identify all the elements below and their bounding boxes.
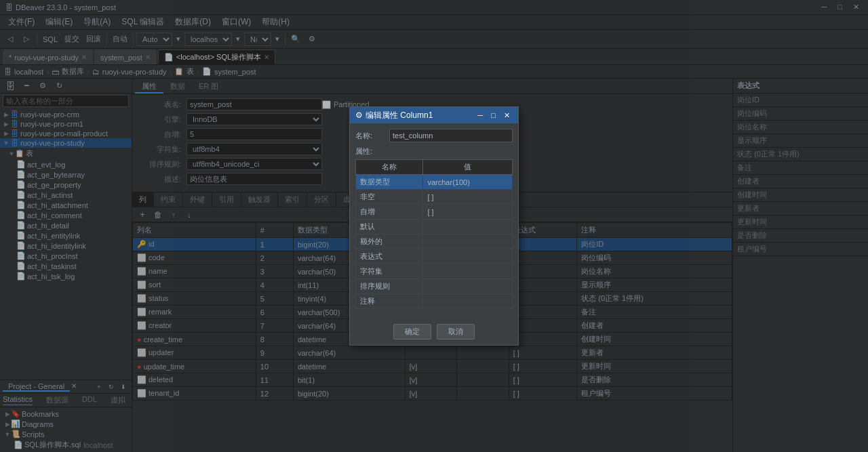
prop-row-value: [ ]	[423, 205, 513, 220]
dialog-maximize-btn[interactable]: □	[488, 111, 498, 120]
prop-row-value	[423, 264, 513, 279]
prop-row-name: 字符集	[356, 264, 423, 279]
dialog-prop-row[interactable]: 排序规则	[356, 279, 513, 294]
dialog-title-bar: ⚙ 编辑属性 Column1 ─ □ ✕	[350, 107, 518, 123]
dialog-prop-row[interactable]: 额外的	[356, 234, 513, 249]
prop-row-value	[423, 234, 513, 249]
dialog-prop-row[interactable]: 数据类型 varchar(100)	[356, 175, 513, 190]
prop-row-name: 数据类型	[356, 175, 423, 190]
dialog-prop-row[interactable]: 自增 [ ]	[356, 205, 513, 220]
dialog-body: 名称: 属性: 名称 值 数据类型 varchar(100) 非空 [ ] 自增…	[350, 123, 518, 320]
dialog-title: ⚙ 编辑属性 Column1	[355, 110, 433, 121]
props-header-value: 值	[423, 160, 513, 175]
prop-row-value	[423, 220, 513, 234]
prop-row-value	[423, 279, 513, 294]
dialog-prop-row[interactable]: 表达式	[356, 249, 513, 264]
prop-row-name: 默认	[356, 220, 423, 234]
prop-row-name: 额外的	[356, 234, 423, 249]
prop-row-name: 非空	[356, 190, 423, 205]
edit-column-dialog: ⚙ 编辑属性 Column1 ─ □ ✕ 名称: 属性: 名称 值	[349, 106, 519, 346]
dialog-prop-row[interactable]: 默认	[356, 220, 513, 234]
prop-row-name: 表达式	[356, 249, 423, 264]
cancel-button[interactable]: 取消	[437, 324, 475, 340]
prop-row-value	[423, 249, 513, 264]
dialog-minimize-btn[interactable]: ─	[475, 111, 486, 120]
confirm-button[interactable]: 确定	[393, 324, 431, 340]
dialog-title-text: 编辑属性 Column1	[366, 110, 433, 121]
dialog-name-input[interactable]	[389, 129, 513, 142]
dialog-footer: 确定 取消	[350, 320, 518, 345]
dialog-icon: ⚙	[355, 110, 363, 120]
dialog-prop-row[interactable]: 非空 [ ]	[356, 190, 513, 205]
dialog-close-btn[interactable]: ✕	[501, 111, 513, 120]
dialog-controls[interactable]: ─ □ ✕	[475, 111, 513, 120]
dialog-property-label: 属性:	[355, 146, 513, 157]
prop-row-name: 自增	[356, 205, 423, 220]
dialog-overlay: ⚙ 编辑属性 Column1 ─ □ ✕ 名称: 属性: 名称 值	[0, 0, 868, 452]
prop-row-name: 排序规则	[356, 279, 423, 294]
prop-row-value: varchar(100)	[423, 175, 513, 190]
dialog-props-table: 名称 值 数据类型 varchar(100) 非空 [ ] 自增 [ ] 默认 …	[355, 159, 513, 309]
dialog-prop-row[interactable]: 字符集	[356, 264, 513, 279]
prop-row-value: [ ]	[423, 190, 513, 205]
props-header-name: 名称	[356, 160, 423, 175]
dialog-name-row: 名称:	[355, 129, 513, 142]
prop-row-name: 注释	[356, 294, 423, 309]
dialog-name-label: 名称:	[355, 131, 389, 141]
dialog-prop-row[interactable]: 注释	[356, 294, 513, 309]
prop-row-value	[423, 294, 513, 309]
